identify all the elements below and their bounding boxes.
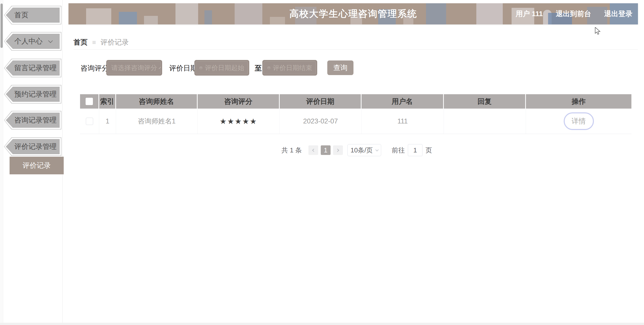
cell-reply	[444, 109, 526, 134]
sidebar-item-label: 首页	[14, 10, 28, 20]
column-header-index: 索引	[99, 94, 116, 109]
select-all-checkbox[interactable]	[86, 98, 93, 105]
column-header-username: 用户名	[362, 94, 444, 109]
chevron-left-icon	[312, 149, 315, 152]
sidebar: 首页 个人中心 留言记录管理 预约记录管理	[3, 0, 63, 325]
chevron-down-icon	[159, 67, 161, 69]
logout-button[interactable]: 退出登录	[604, 9, 632, 19]
column-header-counselor: 咨询师姓名	[116, 94, 198, 109]
cell-date: 2023-02-07	[280, 109, 362, 134]
table-header-row: 索引 咨询师姓名 咨询评分 评价日期 用户名 回复 操作	[80, 94, 631, 109]
horizontal-scrollbar-track[interactable]	[0, 323, 644, 325]
menu-tag-fill: 咨询记录管理	[6, 113, 60, 128]
sidebar-item-appointment-records[interactable]: 预约记录管理	[4, 85, 61, 104]
sidebar-item-label: 个人中心	[14, 37, 43, 46]
goto-suffix: 页	[425, 146, 432, 155]
cell-index: 1	[99, 109, 116, 134]
breadcrumb: 首页 ≡ 评价记录	[74, 37, 129, 47]
sidebar-subitem-evaluation-records[interactable]: 评价记录	[10, 157, 64, 174]
column-header-actions: 操作	[526, 94, 631, 109]
breadcrumb-separator-icon: ≡	[92, 39, 96, 46]
table-row: 1 咨询师姓名1 ★★★★★ 2023-02-07 111 详情	[80, 109, 631, 134]
calendar-icon	[267, 64, 270, 71]
score-select-inner: 请选择咨询评分	[108, 61, 161, 74]
row-checkbox[interactable]	[86, 118, 93, 125]
menu-tag-fill: 评价记录管理	[6, 139, 60, 154]
detail-button[interactable]: 详情	[564, 112, 594, 130]
sidebar-item-home[interactable]: 首页	[4, 6, 61, 24]
date-end-inner: 评价日期结束	[264, 61, 316, 74]
date-start-input[interactable]: 评价日期起始	[194, 60, 249, 76]
score-select[interactable]: 请选择咨询评分	[106, 60, 162, 76]
divider	[74, 49, 638, 50]
date-range-to-label: 至	[255, 63, 262, 73]
app-header: 高校大学生心理咨询管理系统 用户 111 退出到前台 退出登录	[68, 3, 638, 24]
date-end-input[interactable]: 评价日期结束	[262, 60, 317, 76]
date-start-inner: 评价日期起始	[196, 61, 248, 74]
evaluation-table: 索引 咨询师姓名 咨询评分 评价日期 用户名 回复 操作 1 咨询师姓名1 ★★…	[80, 94, 631, 134]
cell-actions: 详情	[526, 109, 631, 134]
header-actions: 用户 111 退出到前台 退出登录	[516, 3, 632, 24]
next-page-button[interactable]	[333, 145, 343, 155]
goto-page-input[interactable]	[408, 144, 422, 156]
user-label[interactable]: 用户 111	[516, 9, 543, 19]
score-filter-label: 咨询评分	[81, 63, 109, 73]
select-all-cell	[80, 94, 99, 109]
cell-counselor: 咨询师姓名1	[116, 109, 198, 134]
chevron-down-icon	[48, 38, 53, 43]
score-select-placeholder: 请选择咨询评分	[111, 63, 157, 72]
breadcrumb-home-link[interactable]: 首页	[74, 38, 88, 47]
sidebar-item-message-records[interactable]: 留言记录管理	[4, 59, 61, 77]
exit-to-front-button[interactable]: 退出到前台	[556, 9, 591, 19]
vertical-scrollbar-thumb[interactable]	[1, 4, 3, 48]
page-size-select[interactable]: 10条/页	[347, 144, 381, 156]
date-start-placeholder: 评价日期起始	[205, 63, 244, 72]
goto-label: 前往	[392, 146, 405, 155]
search-button[interactable]: 查询	[327, 60, 353, 75]
menu-tag-fill: 个人中心	[6, 34, 60, 49]
prev-page-button[interactable]	[308, 145, 318, 155]
mouse-cursor-icon	[595, 27, 601, 35]
sidebar-item-personal-center[interactable]: 个人中心	[4, 32, 61, 51]
page-number-button[interactable]: 1	[321, 145, 331, 155]
date-end-placeholder: 评价日期结束	[273, 63, 312, 72]
breadcrumb-current: 评价记录	[100, 38, 129, 47]
sidebar-item-consultation-records[interactable]: 咨询记录管理	[4, 111, 61, 129]
column-header-date: 评价日期	[280, 94, 362, 109]
evaluation-records-page: 首页 个人中心 留言记录管理 预约记录管理	[0, 0, 644, 325]
pagination: 共 1 条 1 10条/页 前往 页	[281, 144, 432, 156]
cell-username: 111	[362, 109, 444, 134]
chevron-right-icon	[336, 149, 339, 152]
pagination-total: 共 1 条	[281, 146, 302, 155]
chevron-down-icon	[375, 148, 379, 151]
date-filter-label: 评价日期	[169, 63, 197, 73]
menu-tag-fill: 留言记录管理	[6, 60, 60, 76]
sidebar-item-evaluation-records-group[interactable]: 评价记录管理	[4, 137, 61, 156]
calendar-icon	[199, 64, 202, 71]
menu-tag-fill: 预约记录管理	[6, 87, 60, 102]
cell-score-stars: ★★★★★	[198, 109, 280, 134]
vertical-scrollbar-track	[0, 0, 3, 325]
page-size-value: 10条/页	[350, 146, 373, 155]
column-header-reply: 回复	[444, 94, 526, 109]
column-header-score: 咨询评分	[198, 94, 280, 109]
menu-tag-fill: 首页	[6, 8, 60, 23]
row-select-cell	[80, 109, 99, 134]
